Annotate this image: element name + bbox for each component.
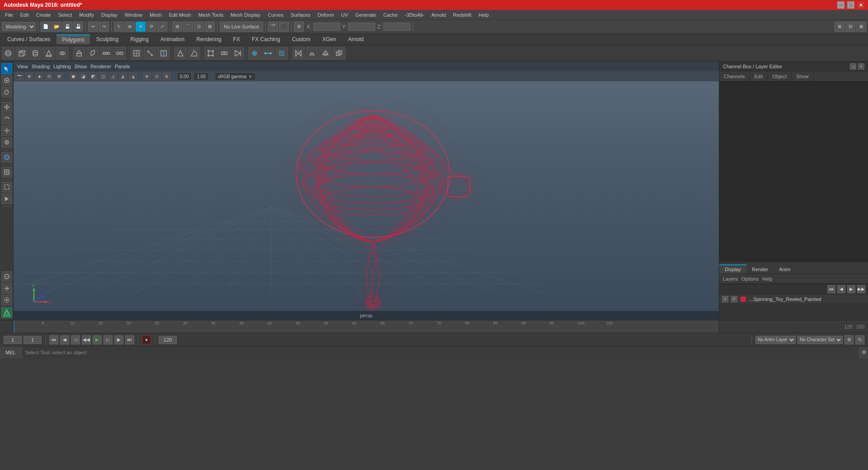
- new-file-button[interactable]: 📄: [41, 22, 51, 32]
- universal-manip-button[interactable]: [1, 137, 12, 148]
- display-settings-button[interactable]: ⚙: [294, 22, 304, 32]
- tab-animation[interactable]: Animation: [155, 34, 190, 44]
- vp-shading6-button[interactable]: ◭: [119, 72, 127, 80]
- menu-display[interactable]: Display: [98, 11, 121, 19]
- poly-cylinder-button[interactable]: [29, 47, 42, 60]
- transform-component-button[interactable]: [204, 47, 217, 60]
- current-frame-input[interactable]: [24, 336, 42, 344]
- save-as-button[interactable]: 💾: [73, 22, 83, 32]
- transport-settings-btn[interactable]: ⚙: [844, 335, 854, 344]
- bridge-button[interactable]: [100, 47, 113, 60]
- poly-cube-button[interactable]: [15, 47, 28, 60]
- subdivide-button[interactable]: [130, 47, 143, 60]
- menu-mesh-display[interactable]: Mesh Display: [227, 11, 264, 19]
- vp-shading3-button[interactable]: ◩: [89, 72, 97, 80]
- connect-button[interactable]: [144, 47, 156, 60]
- show-tab[interactable]: Show: [792, 71, 814, 81]
- fill-hole-button[interactable]: [319, 47, 332, 60]
- icon-right-3[interactable]: ⊠: [856, 22, 866, 32]
- select-edge-button[interactable]: [262, 47, 274, 60]
- tab-xgen[interactable]: XGen: [317, 34, 342, 44]
- char-set-select[interactable]: No Character Set: [797, 336, 843, 344]
- mirror-button[interactable]: [292, 47, 305, 60]
- vp-shading1-button[interactable]: ▣: [69, 72, 77, 80]
- rotate-tool-button[interactable]: ⟳: [146, 22, 156, 32]
- menu-surfaces[interactable]: Surfaces: [288, 11, 313, 19]
- x-input[interactable]: [313, 23, 340, 31]
- merge-button[interactable]: [113, 47, 126, 60]
- menu-curves[interactable]: Curves: [264, 11, 287, 19]
- menu-generate[interactable]: Generate: [352, 11, 379, 19]
- minimize-button[interactable]: ─: [837, 1, 844, 9]
- anim-layer-select[interactable]: No Anim Layer: [755, 336, 796, 344]
- prev-frame-button[interactable]: ◀: [60, 335, 69, 344]
- menu-mesh[interactable]: Mesh: [146, 11, 165, 19]
- tab-rendering[interactable]: Rendering: [191, 34, 226, 44]
- save-file-button[interactable]: 💾: [62, 22, 72, 32]
- tab-fx[interactable]: FX: [228, 34, 245, 44]
- render-tab[interactable]: Render: [746, 265, 774, 273]
- slide-button[interactable]: [218, 47, 231, 60]
- gamma-label[interactable]: sRGB gamma ▼: [215, 72, 256, 80]
- select-tool-button[interactable]: ↖: [114, 22, 124, 32]
- lasso-tool-button[interactable]: [1, 87, 12, 98]
- viewport-lighting-menu[interactable]: Lighting: [53, 64, 71, 69]
- gamma-value2[interactable]: 1.00: [193, 72, 208, 80]
- vp-shading4-button[interactable]: ◫: [99, 72, 107, 80]
- move-button[interactable]: [1, 102, 12, 113]
- channels-tab[interactable]: Channels: [719, 71, 750, 81]
- menu-file[interactable]: File: [2, 11, 16, 19]
- tab-sculpting[interactable]: Sculpting: [91, 34, 124, 44]
- layer-p-button[interactable]: P: [731, 296, 737, 302]
- poly-cone-button[interactable]: [42, 47, 55, 60]
- vp-shading2-button[interactable]: ◪: [79, 72, 87, 80]
- snap-curve-button[interactable]: ⌒: [183, 22, 193, 32]
- prev-key-button[interactable]: ◁: [71, 335, 80, 344]
- menu-mesh-tools[interactable]: Mesh Tools: [195, 11, 226, 19]
- snap-point-button[interactable]: ⊙: [194, 22, 204, 32]
- lasso-select-button[interactable]: ⊕: [125, 22, 135, 32]
- select-vertex-button[interactable]: [248, 47, 261, 60]
- play-forward-button[interactable]: ▶: [93, 335, 102, 344]
- layer-go-start-btn[interactable]: ⏮: [827, 285, 835, 293]
- cb-close-btn[interactable]: ✕: [858, 63, 864, 70]
- close-button[interactable]: ✕: [857, 1, 864, 9]
- soft-select-button[interactable]: [1, 152, 12, 163]
- menu-select[interactable]: Select: [55, 11, 75, 19]
- menu-arnold[interactable]: Arnold: [428, 11, 449, 19]
- layer-play-btn[interactable]: ▶: [847, 285, 855, 293]
- options-subtab[interactable]: Options: [741, 276, 759, 282]
- viewport-view-menu[interactable]: View: [17, 64, 28, 69]
- end-frame-input[interactable]: [159, 336, 177, 344]
- vp-display1-button[interactable]: ⊡: [45, 72, 53, 80]
- bevel-button[interactable]: [86, 47, 99, 60]
- snap-view-button[interactable]: ⊠: [205, 22, 215, 32]
- ipr-button[interactable]: 🎥: [279, 22, 289, 32]
- viewport-renderer-menu[interactable]: Renderer: [90, 64, 111, 69]
- vp-display2-button[interactable]: ⊞: [55, 72, 63, 80]
- auto-key-button[interactable]: ●: [142, 335, 151, 344]
- menu-edit-mesh[interactable]: Edit Mesh: [166, 11, 194, 19]
- tab-curves-surfaces[interactable]: Curves / Surfaces: [2, 34, 56, 44]
- go-end-button[interactable]: ⏭: [125, 335, 134, 344]
- quick-render-button[interactable]: [1, 193, 12, 204]
- wedge-button[interactable]: [188, 47, 200, 60]
- select-face-button[interactable]: [275, 47, 288, 60]
- layer-prev-btn[interactable]: ◀: [837, 285, 845, 293]
- show-manipulator-button[interactable]: [1, 167, 12, 178]
- anim-tab[interactable]: Anim: [774, 265, 796, 273]
- layer-next-btn[interactable]: ▶▶: [857, 285, 865, 293]
- select-button[interactable]: [1, 63, 12, 74]
- menu-cache[interactable]: Cache: [380, 11, 401, 19]
- cb-minimize-btn[interactable]: ◁: [850, 63, 856, 70]
- vp-camera-button[interactable]: 📷: [15, 72, 24, 80]
- mode-dropdown[interactable]: Modeling: [2, 22, 36, 31]
- boolean-button[interactable]: [333, 47, 345, 60]
- menu-create[interactable]: Create: [33, 11, 54, 19]
- scale-tool-button[interactable]: ⤢: [157, 22, 167, 32]
- move-tool-button[interactable]: ✛: [136, 22, 146, 32]
- menu-edit[interactable]: Edit: [17, 11, 32, 19]
- gamma-value[interactable]: 0.00: [177, 72, 192, 80]
- vp-shading5-button[interactable]: ◬: [109, 72, 117, 80]
- tab-arnold[interactable]: Arnold: [343, 34, 369, 44]
